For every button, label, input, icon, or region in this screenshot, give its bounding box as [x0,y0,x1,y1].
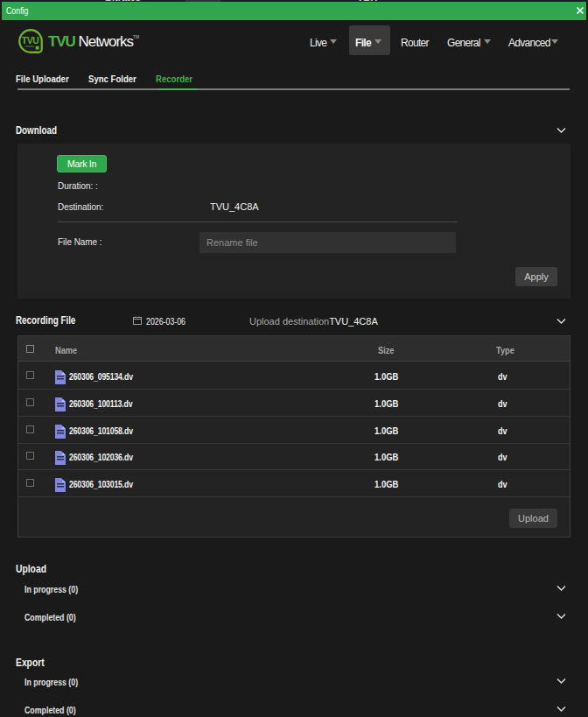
svg-text:TVU: TVU [22,35,39,46]
svg-text:networks: networks [24,45,35,48]
